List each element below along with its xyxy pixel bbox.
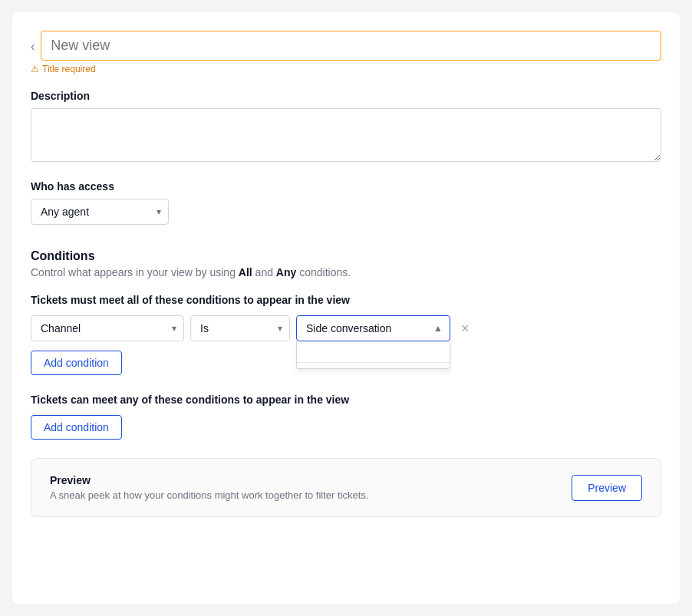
conditions-section: Conditions Control what appears in your … <box>31 249 661 440</box>
conditions-any-text: Any <box>276 266 296 278</box>
all-conditions-subsection: Tickets must meet all of these condition… <box>31 294 661 375</box>
description-textarea[interactable] <box>31 108 661 162</box>
access-select-wrapper: Any agent Specific agents Admins only <box>31 199 169 225</box>
value-input[interactable] <box>296 315 450 341</box>
preview-section: Preview A sneak peek at how your conditi… <box>31 458 661 517</box>
value-input-wrapper: ▲ <box>296 315 450 341</box>
access-select[interactable]: Any agent Specific agents Admins only <box>31 199 169 225</box>
add-any-condition-button[interactable]: Add condition <box>31 415 122 440</box>
form-container: ‹ ⚠ Title required Description Who has a… <box>12 12 680 604</box>
preview-info-description: A sneak peek at how your conditions migh… <box>50 489 369 501</box>
preview-button[interactable]: Preview <box>572 475 642 501</box>
operator-select-wrapper: Is Is not <box>190 315 290 341</box>
page-container: ‹ ⚠ Title required Description Who has a… <box>0 0 692 616</box>
description-label: Description <box>31 90 661 102</box>
channel-select-wrapper: Channel Status Priority Assignee Group <box>31 315 184 341</box>
add-all-condition-button[interactable]: Add condition <box>31 351 122 375</box>
conditions-description: Control what appears in your view by usi… <box>31 266 661 278</box>
preview-info-title: Preview <box>50 474 369 486</box>
back-arrow-icon[interactable]: ‹ <box>31 40 35 54</box>
table-row: Channel Status Priority Assignee Group I… <box>31 315 661 341</box>
title-required-text: Title required <box>42 64 96 74</box>
title-required-message: ⚠ Title required <box>31 64 661 74</box>
warning-icon: ⚠ <box>31 64 39 74</box>
any-conditions-subsection: Tickets can meet any of these conditions… <box>31 394 661 440</box>
any-conditions-title: Tickets can meet any of these conditions… <box>31 394 661 406</box>
conditions-desc-suffix: conditions. <box>299 266 351 278</box>
preview-info: Preview A sneak peek at how your conditi… <box>50 474 369 501</box>
channel-select[interactable]: Channel Status Priority Assignee Group <box>31 315 184 341</box>
title-row: ‹ <box>31 31 661 61</box>
value-dropdown-menu <box>296 341 450 369</box>
conditions-desc-prefix: Control what appears in your view by usi… <box>31 266 239 278</box>
operator-select[interactable]: Is Is not <box>190 315 290 341</box>
conditions-title: Conditions <box>31 249 661 263</box>
value-dropdown-search-input[interactable] <box>297 341 450 363</box>
conditions-desc-and: and <box>255 266 276 278</box>
access-label: Who has access <box>31 180 661 193</box>
all-conditions-title: Tickets must meet all of these condition… <box>31 294 661 306</box>
title-input[interactable] <box>41 31 661 61</box>
title-input-wrapper <box>41 31 661 61</box>
remove-condition-button[interactable]: × <box>456 318 474 338</box>
conditions-all-text: All <box>239 266 252 278</box>
